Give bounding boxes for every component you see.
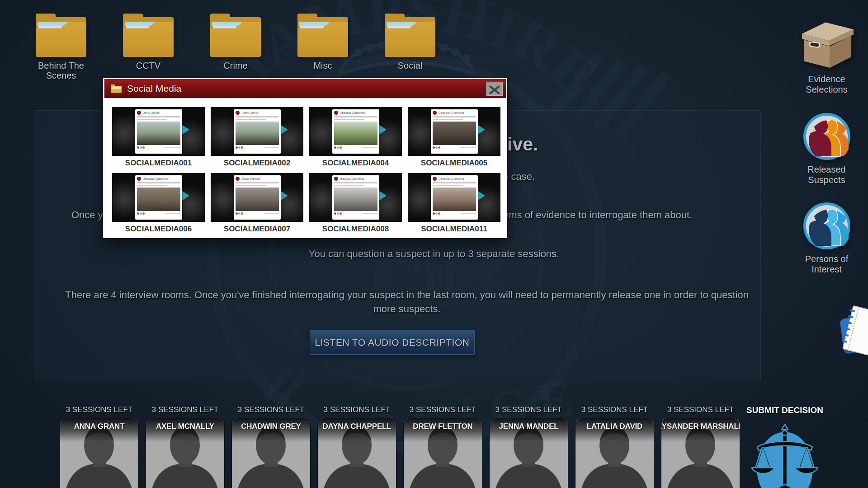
suspect-card[interactable]: LATALIA DAVID — [576, 418, 654, 488]
sessions-left-label: 3 SESSIONS LEFT — [152, 405, 218, 414]
thumbnail-label: SOCIALMEDIA011 — [408, 225, 500, 234]
evidence-thumbnail[interactable]: "Jessica Channing" SOCIALMEDIA006 — [112, 173, 205, 234]
panel-line5: There are 4 interview rooms. Once you've… — [54, 288, 760, 316]
post-avatar — [334, 111, 338, 115]
thumbnail-label: SOCIALMEDIA007 — [211, 225, 303, 234]
suspect-card[interactable]: DREW FLETTON — [404, 418, 482, 488]
persons-of-interest-icon[interactable] — [803, 202, 850, 249]
suspect-name: DREW FLETTON — [413, 422, 472, 442]
folder-label: Behind The Scenes — [29, 61, 93, 80]
suspect-name: LATALIA DAVID — [587, 422, 642, 442]
suspect-column: 3 SESSIONS LEFT CHADWIN GREY — [232, 405, 310, 488]
video-still: "Jessica Channing" — [309, 107, 402, 156]
suspect-card[interactable]: ANNA GRANT — [60, 418, 138, 488]
released-suspects-icon[interactable] — [803, 113, 850, 160]
notepad-icon[interactable] — [841, 308, 868, 362]
suspect-name-bar: AXEL MCNALLY — [146, 418, 224, 442]
sessions-left-label: 3 SESSIONS LEFT — [66, 405, 132, 414]
sessions-left-label: 3 SESSIONS LEFT — [495, 405, 562, 414]
thumbnail-label: SOCIALMEDIA005 — [408, 159, 500, 168]
suspect-card[interactable]: AXEL MCNALLY — [146, 418, 224, 488]
suspect-row: 3 SESSIONS LEFT ANNA GRANT 3 SESSIONS LE… — [60, 405, 740, 488]
video-still: "Jessica Channing" — [112, 173, 205, 222]
thumbnail-label: SOCIALMEDIA002 — [211, 159, 303, 168]
post-avatar — [137, 111, 141, 115]
social-post-card: "Jessica Channing" — [135, 175, 182, 220]
folder-label: Crime — [223, 61, 247, 70]
folder-icon — [210, 14, 261, 57]
suspect-column: 3 SESSIONS LEFT AXEL MCNALLY — [146, 405, 224, 488]
suspect-name: AXEL MCNALLY — [156, 422, 214, 442]
folder-label: Social — [398, 61, 422, 70]
panel-line4: You can question a suspect in up to 3 se… — [0, 248, 868, 260]
suspect-name-bar: CHADWIN GREY — [232, 418, 310, 442]
suspect-name-bar: DAYNA CHAPPELL — [318, 418, 396, 442]
dialog-titlebar[interactable]: Social Media — [104, 79, 506, 99]
thumbnail-label: SOCIALMEDIA008 — [309, 225, 402, 234]
video-still: "Drew Fletton" — [211, 173, 303, 222]
folder[interactable]: Crime — [204, 14, 267, 80]
post-author: Jessica Channing — [340, 177, 364, 180]
evidence-thumbnail[interactable]: "Jerry Jarvis" SOCIALMEDIA002 — [211, 107, 303, 168]
folder[interactable]: Behind The Scenes — [29, 14, 93, 80]
suspect-name-bar: JENNA MANDEL — [490, 418, 568, 442]
folder[interactable]: CCTV — [117, 14, 180, 80]
suspect-card[interactable]: DAYNA CHAPPELL — [318, 418, 396, 488]
evidence-thumbnail[interactable]: "Jerry Jarvis" SOCIALMEDIA001 — [112, 107, 205, 168]
post-author: "Jessica Channing" — [438, 177, 465, 180]
post-avatar — [433, 177, 437, 181]
post-author: "Drew Fletton" — [241, 177, 261, 180]
evidence-box-icon[interactable] — [798, 17, 856, 69]
suspect-name: JENNA MANDEL — [499, 422, 558, 442]
social-post-card: "Jerry Jarvis" — [234, 109, 281, 154]
post-author: "Jessica Channing" — [438, 111, 465, 114]
released-suspects-label: Released Suspects — [794, 164, 859, 185]
post-photo — [433, 122, 476, 145]
folder-icon — [111, 84, 122, 93]
suspect-name-bar: LATALIA DAVID — [576, 418, 654, 442]
social-post-card: "Jessica Channing" — [431, 109, 478, 154]
post-photo — [334, 122, 377, 145]
dialog-body: "Jerry Jarvis" SOCIALMEDIA001 "Jerry Jar… — [104, 99, 506, 237]
suspect-name-bar: ANNA GRANT — [60, 418, 138, 442]
post-avatar — [137, 177, 141, 181]
post-photo — [433, 188, 476, 211]
evidence-thumbnail[interactable]: "Drew Fletton" SOCIALMEDIA007 — [211, 173, 303, 234]
post-author: "Jerry Jarvis" — [142, 111, 161, 114]
social-post-card: Jessica Channing — [332, 175, 379, 220]
suspect-card[interactable]: CHADWIN GREY — [232, 418, 310, 488]
close-icon[interactable] — [486, 81, 503, 96]
social-post-card: "Jessica Channing" — [431, 175, 478, 220]
suspect-card[interactable]: LYSANDER MARSHALL — [661, 418, 740, 488]
post-avatar — [433, 111, 437, 115]
suspect-column: 3 SESSIONS LEFT JENNA MANDEL — [490, 405, 568, 488]
folder[interactable]: Misc — [291, 14, 354, 80]
post-avatar — [236, 111, 240, 115]
suspect-column: 3 SESSIONS LEFT LYSANDER MARSHALL — [661, 405, 740, 488]
thumbnail-label: SOCIALMEDIA006 — [112, 225, 205, 234]
folder[interactable]: Social — [378, 14, 442, 80]
post-avatar — [334, 177, 338, 181]
evidence-selections-label: Evidence Selections — [794, 74, 859, 95]
scales-of-justice-icon[interactable] — [746, 421, 824, 488]
evidence-thumbnail[interactable]: "Jessica Channing" SOCIALMEDIA011 — [408, 173, 500, 234]
video-still: "Jessica Channing" — [408, 107, 500, 156]
video-still: "Jerry Jarvis" — [112, 107, 205, 156]
panel-line3-right-fragment: items of evidence to interrogate them ab… — [498, 209, 692, 221]
social-post-card: "Drew Fletton" — [234, 175, 281, 220]
post-photo — [137, 188, 180, 211]
video-still: "Jerry Jarvis" — [211, 107, 303, 156]
video-still: Jessica Channing — [309, 173, 402, 222]
listen-audio-description-button[interactable]: LISTEN TO AUDIO DESCRIPTION — [310, 330, 475, 355]
thumbnail-label: SOCIALMEDIA001 — [112, 159, 205, 168]
evidence-thumbnail[interactable]: "Jessica Channing" SOCIALMEDIA005 — [408, 107, 500, 168]
evidence-thumbnail[interactable]: Jessica Channing SOCIALMEDIA008 — [309, 173, 402, 234]
sessions-left-label: 3 SESSIONS LEFT — [324, 405, 390, 414]
evidence-thumbnail[interactable]: "Jessica Channing" SOCIALMEDIA004 — [309, 107, 402, 168]
post-author: "Jessica Channing" — [142, 177, 170, 180]
suspect-name: ANNA GRANT — [74, 422, 125, 442]
suspect-card[interactable]: JENNA MANDEL — [490, 418, 568, 488]
sessions-left-label: 3 SESSIONS LEFT — [581, 405, 648, 414]
suspect-column: 3 SESSIONS LEFT DAYNA CHAPPELL — [318, 405, 396, 488]
post-avatar — [236, 177, 240, 181]
